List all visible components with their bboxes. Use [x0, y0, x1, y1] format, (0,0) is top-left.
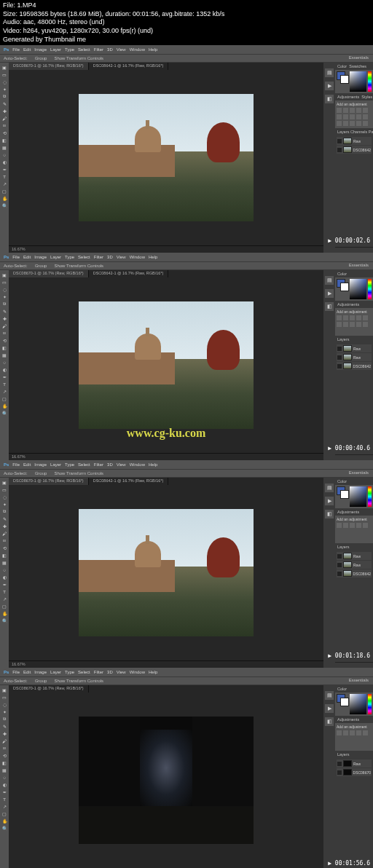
hand-tool-icon[interactable]: ✋	[1, 818, 8, 824]
menu-view[interactable]: View	[117, 462, 126, 467]
layer-thumbnail[interactable]	[343, 345, 352, 352]
move-tool-icon[interactable]: ▣	[1, 272, 8, 278]
actions-panel-icon[interactable]: ▶	[325, 82, 334, 90]
menu-layer[interactable]: Layer	[50, 670, 61, 674]
menu-view[interactable]: View	[117, 255, 126, 259]
layer-thumbnail[interactable]	[343, 138, 352, 144]
menu-view[interactable]: View	[117, 47, 126, 52]
brightness-adj-icon[interactable]	[337, 108, 342, 113]
dodge-tool-icon[interactable]: ◐	[1, 159, 8, 165]
opt-auto-select[interactable]: Auto-Select:	[4, 264, 28, 268]
zoom-level[interactable]: 16.67%	[12, 662, 25, 667]
lookup-adj-icon[interactable]	[363, 114, 368, 119]
menu-3d[interactable]: 3D	[107, 47, 113, 52]
wand-tool-icon[interactable]: ✦	[1, 501, 8, 508]
eraser-tool-icon[interactable]: ◧	[1, 344, 8, 351]
actions-panel-icon[interactable]: ▶	[325, 497, 334, 505]
actions-panel-icon[interactable]: ▶	[325, 289, 334, 298]
adj-icon[interactable]	[337, 315, 342, 320]
layer-visibility-icon[interactable]	[337, 770, 342, 775]
hue-slider[interactable]	[368, 486, 372, 507]
menu-layer[interactable]: Layer	[50, 47, 61, 52]
color-field[interactable]	[350, 71, 366, 92]
adj-icon[interactable]	[363, 315, 368, 320]
menu-type[interactable]: Type	[65, 47, 74, 52]
lasso-tool-icon[interactable]: ◌	[1, 494, 8, 500]
wand-tool-icon[interactable]: ✦	[1, 709, 8, 715]
opt-auto-select[interactable]: Auto-Select:	[4, 471, 28, 476]
photo-filter-adj-icon[interactable]	[350, 114, 355, 119]
posterize-adj-icon[interactable]	[343, 121, 348, 126]
opt-group[interactable]: Group	[35, 679, 47, 683]
canvas[interactable]	[9, 693, 323, 868]
eyedropper-tool-icon[interactable]: ✎	[1, 516, 8, 522]
layer-row[interactable]: DSC08642	[337, 362, 372, 370]
shape-tool-icon[interactable]: ▢	[1, 395, 8, 402]
opt-auto-select[interactable]: Auto-Select:	[4, 679, 28, 683]
channel-mixer-adj-icon[interactable]	[356, 114, 361, 119]
menu-edit[interactable]: Edit	[23, 47, 31, 52]
path-tool-icon[interactable]: ↗	[1, 803, 8, 810]
move-tool-icon[interactable]: ▣	[1, 64, 8, 71]
wand-tool-icon[interactable]: ✦	[1, 86, 8, 92]
opt-auto-select[interactable]: Auto-Select:	[4, 56, 28, 60]
hue-slider[interactable]	[368, 694, 372, 714]
layer-row[interactable]: Raw	[337, 561, 372, 569]
eraser-tool-icon[interactable]: ◧	[1, 760, 8, 766]
bw-adj-icon[interactable]	[343, 114, 348, 119]
workspace-essentials[interactable]: Essentials	[349, 678, 369, 682]
background-color[interactable]	[340, 698, 349, 706]
adj-icon[interactable]	[350, 322, 355, 327]
heal-tool-icon[interactable]: ✚	[1, 315, 8, 322]
adj-icon[interactable]	[356, 523, 361, 528]
menu-3d[interactable]: 3D	[107, 462, 113, 467]
dodge-tool-icon[interactable]: ◐	[1, 781, 8, 788]
adj-icon[interactable]	[343, 523, 348, 528]
stamp-tool-icon[interactable]: ⧇	[1, 330, 8, 336]
adj-icon[interactable]	[356, 730, 361, 735]
color-panel-header[interactable]: Color	[335, 478, 373, 485]
eraser-tool-icon[interactable]: ◧	[1, 137, 8, 143]
history-brush-icon[interactable]: ⟲	[1, 752, 8, 759]
adj-icon[interactable]	[343, 322, 348, 327]
doc-tab-1[interactable]: DSC08670-1 @ 16.7% (Raw, RGB/16*)	[9, 685, 89, 693]
marquee-tool-icon[interactable]: ▭	[1, 71, 8, 78]
stamp-tool-icon[interactable]: ⧇	[1, 537, 8, 544]
eyedropper-tool-icon[interactable]: ✎	[1, 100, 8, 107]
layer-row[interactable]: Raw	[337, 344, 372, 352]
dodge-tool-icon[interactable]: ◐	[1, 366, 8, 373]
layer-visibility-icon[interactable]	[337, 139, 342, 143]
stamp-tool-icon[interactable]: ⧇	[1, 122, 8, 129]
menu-layer[interactable]: Layer	[50, 462, 61, 467]
layer-row[interactable]: DSC08670	[337, 768, 372, 776]
layer-thumbnail[interactable]	[343, 769, 352, 776]
selective-color-adj-icon[interactable]	[363, 121, 368, 126]
heal-tool-icon[interactable]: ✚	[1, 523, 8, 529]
history-panel-icon[interactable]: ▤	[325, 68, 334, 77]
menu-edit[interactable]: Edit	[23, 670, 31, 674]
layer-visibility-icon[interactable]	[337, 148, 342, 152]
type-tool-icon[interactable]: T	[1, 796, 8, 802]
doc-tab-2[interactable]: DSC08642-1 @ 16.7% (Raw, RGB/16*)	[89, 63, 169, 70]
menu-image[interactable]: Image	[34, 462, 47, 467]
crop-tool-icon[interactable]: ⧉	[1, 716, 8, 722]
adjustments-panel-header[interactable]: Adjustments	[335, 508, 373, 516]
workspace-essentials[interactable]: Essentials	[349, 263, 369, 267]
menu-window[interactable]: Window	[130, 670, 145, 674]
move-tool-icon[interactable]: ▣	[1, 479, 8, 486]
menu-type[interactable]: Type	[65, 670, 74, 674]
menu-select[interactable]: Select	[78, 255, 90, 259]
background-color[interactable]	[340, 490, 349, 499]
canvas[interactable]	[9, 485, 323, 660]
history-panel-icon[interactable]: ▤	[325, 484, 334, 492]
menu-layer[interactable]: Layer	[50, 255, 61, 259]
menu-image[interactable]: Image	[34, 670, 47, 674]
eyedropper-tool-icon[interactable]: ✎	[1, 723, 8, 730]
hand-tool-icon[interactable]: ✋	[1, 610, 8, 617]
adj-icon[interactable]	[337, 523, 342, 528]
properties-panel-icon[interactable]: ◧	[325, 510, 334, 518]
hand-tool-icon[interactable]: ✋	[1, 195, 8, 202]
layers-footer-icons[interactable]	[335, 662, 373, 668]
background-color[interactable]	[340, 283, 349, 291]
layer-thumbnail[interactable]	[343, 570, 352, 577]
